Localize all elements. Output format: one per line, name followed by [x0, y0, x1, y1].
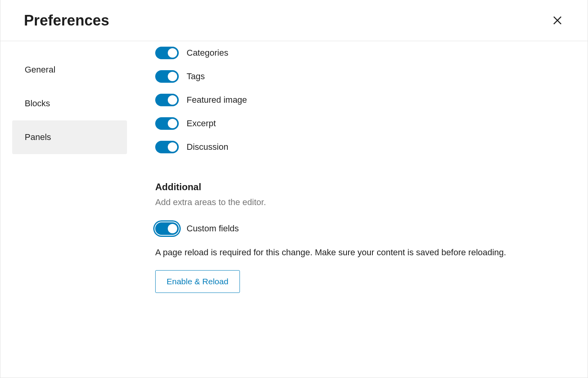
- toggle-label: Categories: [187, 48, 228, 58]
- toggle-label: Tags: [187, 71, 205, 82]
- close-icon: [551, 14, 564, 27]
- sidebar-item-label: General: [25, 65, 55, 75]
- toggle-row-tags: Tags: [155, 65, 564, 88]
- sidebar-item-blocks[interactable]: Blocks: [12, 87, 127, 120]
- toggle-label: Excerpt: [187, 118, 216, 129]
- toggle-row-discussion: Discussion: [155, 135, 564, 159]
- toggle-row-custom-fields: Custom fields: [155, 217, 564, 240]
- toggle-row-featured-image: Featured image: [155, 88, 564, 112]
- sidebar-item-label: Panels: [25, 132, 51, 142]
- modal-body: General Blocks Panels Categories Tags Fe…: [0, 41, 588, 378]
- modal-header: Preferences: [0, 0, 588, 41]
- content-area: Categories Tags Featured image Excerpt D…: [140, 41, 588, 378]
- enable-reload-button[interactable]: Enable & Reload: [155, 270, 240, 293]
- section-title-additional: Additional: [155, 182, 564, 193]
- toggle-discussion[interactable]: [155, 141, 179, 153]
- toggle-label: Custom fields: [187, 224, 239, 234]
- preferences-modal: Preferences General Blocks Panels Catego…: [0, 0, 588, 378]
- toggle-custom-fields[interactable]: [155, 222, 179, 235]
- toggle-featured-image[interactable]: [155, 94, 179, 106]
- sidebar-item-general[interactable]: General: [12, 53, 127, 87]
- toggle-label: Discussion: [187, 142, 228, 152]
- section-description: Add extra areas to the editor.: [155, 197, 564, 207]
- sidebar-item-panels[interactable]: Panels: [12, 120, 127, 154]
- toggle-row-categories: Categories: [155, 41, 564, 65]
- toggle-excerpt[interactable]: [155, 117, 179, 130]
- close-button[interactable]: [549, 12, 566, 29]
- sidebar-item-label: Blocks: [25, 98, 50, 108]
- toggle-tags[interactable]: [155, 70, 179, 83]
- reload-help-text: A page reload is required for this chang…: [155, 246, 564, 259]
- sidebar: General Blocks Panels: [0, 41, 140, 378]
- toggle-row-excerpt: Excerpt: [155, 112, 564, 135]
- modal-title: Preferences: [24, 12, 109, 29]
- toggle-categories[interactable]: [155, 47, 179, 59]
- toggle-label: Featured image: [187, 95, 247, 105]
